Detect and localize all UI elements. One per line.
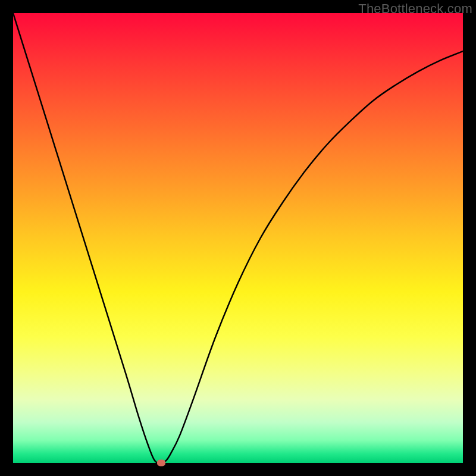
chart-frame: TheBottleneck.com	[0, 0, 476, 476]
plot-area	[13, 13, 463, 463]
optimal-marker	[157, 460, 165, 466]
curve-layer	[13, 13, 463, 463]
watermark-text: TheBottleneck.com	[358, 1, 472, 17]
bottleneck-curve	[13, 13, 463, 463]
